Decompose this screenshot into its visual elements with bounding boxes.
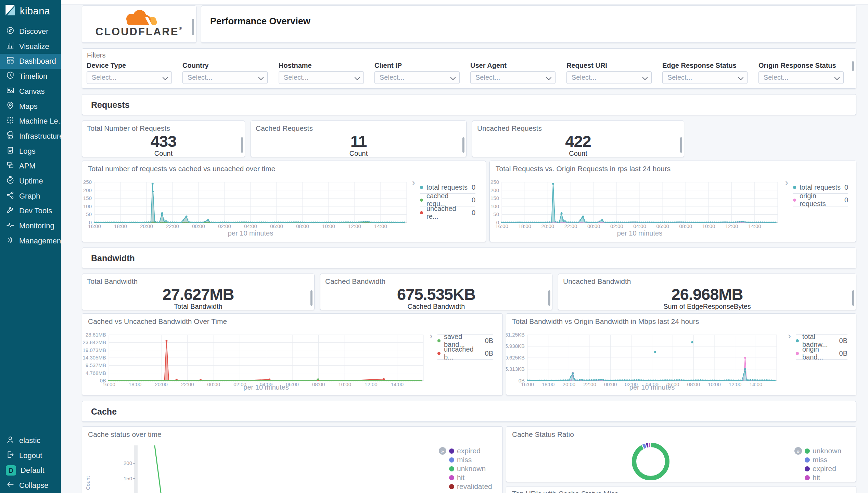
metric-uncached-bandwidth: Uncached Bandwidth 26.968MB Sum of EdgeR… (558, 274, 856, 310)
sidebar-item-uptime[interactable]: Uptime (0, 174, 61, 189)
legend-item-cached-requ[interactable]: cached requ...0 (420, 193, 475, 206)
legend-item-hit[interactable]: hit (805, 473, 841, 482)
legend-label: miss (457, 456, 472, 464)
panel-scrollbar[interactable] (852, 290, 854, 306)
legend-label: miss (813, 456, 827, 464)
filter-select-device-type[interactable]: Select... (87, 71, 172, 84)
kibana-brand[interactable]: kibana (4, 4, 50, 18)
management-icon (6, 236, 15, 246)
legend-item-revalidated[interactable]: revalidated (449, 482, 492, 491)
maps-icon (6, 101, 15, 112)
legend-item-uncached-b[interactable]: uncached b...0B (437, 347, 493, 360)
legend-item-saved-band[interactable]: saved band...0B (437, 334, 493, 347)
sidebar-item-graph[interactable]: Graph (0, 189, 61, 204)
filter-select-origin-response-status[interactable]: Select... (758, 71, 844, 84)
sidebar-item-monitoring[interactable]: Monitoring (0, 218, 61, 233)
requests-section-panel: Requests (82, 94, 856, 115)
filter-select-edge-response-status[interactable]: Select... (662, 71, 748, 84)
sidebar-item-elastic[interactable]: elastic (0, 433, 61, 448)
panel-scrollbar[interactable] (548, 290, 550, 306)
legend-item-origin-requests[interactable]: origin requests0 (793, 193, 848, 206)
chart-legend: expiredmissunknownhitrevalidated (449, 446, 492, 491)
legend-item-miss[interactable]: miss (805, 455, 841, 464)
legend-label: expired (813, 465, 836, 473)
filter-label-hostname: Hostname (279, 62, 312, 69)
metric-title: Cached Requests (256, 124, 313, 132)
panel-scrollbar[interactable] (462, 137, 464, 153)
metric-sub: Sum of EdgeResponseBytes (558, 303, 856, 311)
filter-select-hostname[interactable]: Select... (279, 71, 364, 84)
metric-title: Uncached Requests (477, 124, 542, 132)
sidebar-item-logout[interactable]: Logout (0, 448, 61, 463)
svg-text:00:00: 00:00 (207, 381, 220, 387)
svg-text:02:00: 02:00 (218, 223, 231, 229)
sidebar-item-logs[interactable]: Logs (0, 144, 61, 159)
legend-item-unknown[interactable]: unknown (805, 446, 841, 455)
legend-collapse-icon[interactable]: » (439, 447, 446, 455)
legend-item-expired[interactable]: expired (449, 446, 492, 455)
legend-item-miss[interactable]: miss (449, 455, 492, 464)
sidebar-item-discover[interactable]: Discover (0, 24, 61, 39)
legend-item-expired[interactable]: expired (805, 464, 841, 473)
sidebar-item-default[interactable]: DDefault (0, 463, 61, 478)
cache-section-title: Cache (91, 407, 117, 417)
panel-scrollbar[interactable] (680, 137, 682, 153)
legend-collapse-icon[interactable]: » (794, 447, 802, 455)
legend-collapse-icon[interactable]: › (412, 178, 415, 187)
filter-select-request-uri[interactable]: Select... (566, 71, 652, 84)
cached-vs-uncached-bandwidth-panel: Cached vs Uncached Bandwidth Over Time 0… (82, 313, 503, 395)
chart-legend: total requests0cached requ...0uncached r… (420, 181, 475, 219)
legend-label: unknown (813, 447, 841, 455)
sidebar-item-timelion[interactable]: Timelion (0, 69, 61, 84)
donut-slice-unknown[interactable] (634, 445, 667, 478)
apm-icon (6, 161, 15, 172)
filters-scrollbar[interactable] (852, 61, 854, 71)
legend-value: 0B (482, 350, 493, 357)
svg-text:150: 150 (490, 195, 499, 201)
metric-title: Total Bandwidth (87, 277, 138, 286)
panel-scrollbar[interactable] (241, 137, 243, 153)
metric-value: 27.627MB (82, 285, 314, 304)
cache-section-panel: Cache (82, 401, 856, 422)
sidebar-item-management[interactable]: Management (0, 233, 61, 249)
sidebar-item-label: APM (19, 162, 36, 170)
svg-text:02:00: 02:00 (610, 223, 623, 229)
legend-item-origin-band[interactable]: origin band...0B (796, 347, 847, 360)
sidebar-item-infrastructure[interactable]: Infrastructure (0, 129, 61, 144)
legend-item-unknown[interactable]: unknown (449, 464, 492, 473)
sidebar-item-dashboard[interactable]: Dashboard (0, 54, 61, 69)
panel-title: Top URIs with Cache Status Miss (512, 490, 618, 493)
svg-text:00:00: 00:00 (604, 381, 617, 387)
filters-label: Filters (87, 51, 105, 59)
user-icon (6, 435, 15, 446)
metric-value: 433 (82, 132, 245, 151)
legend-item-hit[interactable]: hit (449, 473, 492, 482)
legend-collapse-icon[interactable]: › (788, 331, 791, 340)
sidebar-item-visualize[interactable]: Visualize (0, 39, 61, 54)
select-placeholder: Select... (380, 74, 404, 81)
sidebar-item-dev-tools[interactable]: Dev Tools (0, 203, 61, 218)
legend-dot-icon (449, 484, 454, 489)
legend-item-total-requests[interactable]: total requests0 (793, 181, 848, 193)
sidebar-item-maps[interactable]: Maps (0, 99, 61, 114)
sidebar-item-apm[interactable]: APM (0, 159, 61, 174)
svg-text:12:00: 12:00 (725, 223, 738, 229)
sidebar-item-canvas[interactable]: Canvas (0, 84, 61, 99)
legend-item-total-requests[interactable]: total requests0 (420, 181, 475, 193)
svg-text:per 10 minutes: per 10 minutes (243, 383, 289, 391)
panel-scrollbar[interactable] (310, 290, 312, 306)
filter-select-client-ip[interactable]: Select... (374, 71, 460, 84)
legend-dot-icon (437, 352, 441, 355)
filter-select-user-agent[interactable]: Select... (470, 71, 556, 84)
sidebar-item-machine-le[interactable]: Machine Le... (0, 114, 61, 129)
filter-select-country[interactable]: Select... (182, 71, 268, 84)
top-nav-strip (61, 0, 868, 5)
legend-item-total-badnw[interactable]: total badnw...0B (796, 334, 847, 347)
legend-label: total requests (800, 184, 841, 191)
legend-collapse-icon[interactable]: › (430, 331, 433, 340)
panel-scrollbar[interactable] (192, 19, 194, 35)
legend-item-uncached-re[interactable]: uncached re...0 (420, 206, 475, 219)
legend-collapse-icon[interactable]: › (785, 178, 788, 187)
sidebar-item-collapse[interactable]: Collapse (0, 478, 61, 493)
svg-text:per 10 minutes: per 10 minutes (228, 229, 273, 237)
